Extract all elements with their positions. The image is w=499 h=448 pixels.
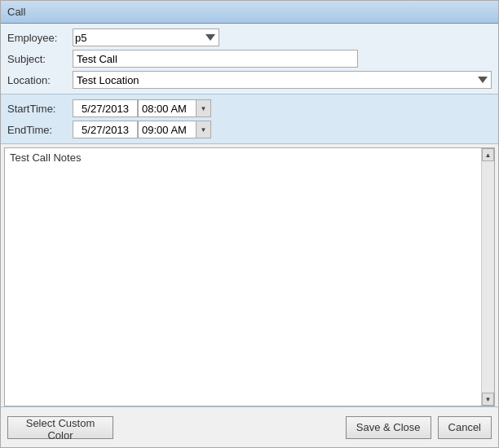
employee-select[interactable]: p5 — [73, 29, 219, 46]
location-row: Location: Test Location — [7, 71, 492, 89]
cancel-button[interactable]: Cancel — [438, 416, 492, 439]
notes-area: Test Call Notes ▲ ▼ — [4, 147, 495, 406]
window-title: Call — [7, 6, 25, 18]
scroll-down-btn[interactable]: ▼ — [482, 393, 494, 406]
employee-row: Employee: p5 — [7, 29, 492, 46]
form-area: Employee: p5 Subject: Location: Test Loc… — [1, 24, 498, 94]
subject-label: Subject: — [7, 53, 73, 65]
save-close-button[interactable]: Save & Close — [346, 416, 431, 439]
end-time-wrapper: ▼ — [138, 121, 211, 138]
start-time-row: StartTime: ▼ — [7, 99, 492, 117]
end-time-input[interactable] — [139, 121, 196, 138]
scrollbar-track[interactable] — [482, 161, 494, 393]
end-date-input[interactable] — [73, 121, 138, 138]
start-time-dropdown-btn[interactable]: ▼ — [196, 100, 210, 116]
title-bar: Call — [1, 1, 498, 24]
time-section: StartTime: ▼ EndTime: ▼ — [1, 94, 498, 144]
start-time-label: StartTime: — [7, 103, 73, 115]
call-window: Call Employee: p5 Subject: Location: Tes… — [0, 0, 499, 448]
location-label: Location: — [7, 74, 73, 86]
start-time-wrapper: ▼ — [138, 99, 211, 117]
notes-scrollbar: ▲ ▼ — [481, 148, 494, 406]
end-time-row: EndTime: ▼ — [7, 121, 492, 138]
employee-label: Employee: — [7, 32, 73, 44]
bottom-bar: Select Custom Color Save & Close Cancel — [1, 406, 498, 447]
end-time-label: EndTime: — [7, 124, 73, 136]
end-time-dropdown-btn[interactable]: ▼ — [196, 121, 210, 138]
scroll-up-btn[interactable]: ▲ — [482, 148, 494, 161]
location-select[interactable]: Test Location — [73, 71, 492, 89]
notes-text[interactable]: Test Call Notes — [5, 148, 481, 406]
start-time-input[interactable] — [139, 100, 196, 116]
custom-color-button[interactable]: Select Custom Color — [7, 416, 113, 439]
start-date-input[interactable] — [73, 99, 138, 117]
subject-input[interactable] — [73, 50, 358, 68]
subject-row: Subject: — [7, 50, 492, 68]
